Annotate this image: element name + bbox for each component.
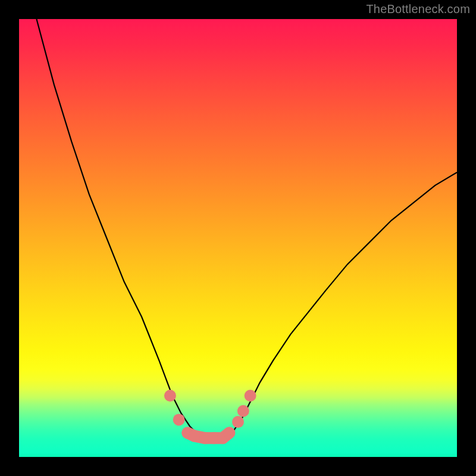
- marker-dot: [245, 390, 256, 402]
- marker-dot: [232, 416, 244, 428]
- plot-area: [19, 19, 457, 457]
- chart-stage: TheBottleneck.com: [0, 0, 476, 476]
- marker-dot: [173, 414, 185, 425]
- marker-dot: [164, 390, 176, 402]
- curve-left: [36, 19, 207, 437]
- marker-dot: [188, 430, 200, 442]
- curve-right: [225, 173, 457, 437]
- marker-dot: [223, 427, 235, 439]
- watermark-text: TheBottleneck.com: [366, 2, 470, 16]
- chart-svg: [19, 19, 457, 457]
- marker-dot: [237, 405, 249, 417]
